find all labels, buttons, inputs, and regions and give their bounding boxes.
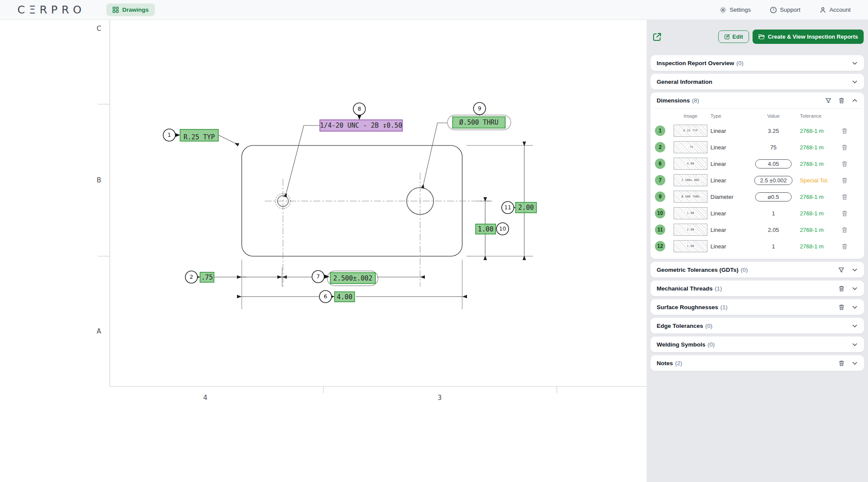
trash-icon[interactable] xyxy=(842,161,848,167)
support-button[interactable]: ? Support xyxy=(770,7,800,13)
callout-1-label[interactable]: R.25 TYP xyxy=(180,129,218,141)
open-external-button[interactable] xyxy=(652,32,662,42)
table-row[interactable]: 12 1.00 Linear 1 2768-1 m xyxy=(654,238,861,254)
balloon-6[interactable]: 6 xyxy=(319,291,335,303)
svg-text:A: A xyxy=(97,327,102,335)
row-tolerance: 2768-1 m xyxy=(800,144,842,151)
grid-icon xyxy=(112,7,119,13)
kc-ovals xyxy=(327,115,511,286)
top-bar: CΞRPRO Drawings Settings ? xyxy=(0,0,868,20)
section-dimensions-header[interactable]: Dimensions (8) xyxy=(651,92,864,108)
row-thumbnail: 1.00 xyxy=(674,207,707,219)
trash-icon[interactable] xyxy=(842,194,848,200)
section-surface-header[interactable]: Surface Roughnesses (1) xyxy=(651,299,864,315)
row-value-pill[interactable]: 4.05 xyxy=(755,159,792,168)
row-type: Linear xyxy=(710,210,747,217)
row-tolerance: 2768-1 m xyxy=(800,194,842,200)
row-type: Linear xyxy=(710,243,747,250)
svg-text:2: 2 xyxy=(190,274,193,280)
trash-icon[interactable] xyxy=(838,285,845,292)
svg-text:Ø.500 THRU: Ø.500 THRU xyxy=(459,119,498,126)
filter-icon[interactable] xyxy=(825,97,832,104)
trash-icon[interactable] xyxy=(842,144,848,151)
callout-11-label[interactable]: 2.00 xyxy=(516,202,536,213)
row-badge: 2 xyxy=(655,142,665,152)
row-value-pill[interactable]: ⌀0.5 xyxy=(755,192,792,201)
trash-icon[interactable] xyxy=(842,210,848,217)
section-title: Surface Roughnesses xyxy=(657,304,718,310)
callout-9-label[interactable]: Ø.500 THRU xyxy=(453,117,505,128)
callout-2-label[interactable]: .75 xyxy=(200,272,214,282)
table-row[interactable]: 7 2.500±.002 Linear 2.5 ±0.002 Special T… xyxy=(654,172,861,188)
balloon-8[interactable]: 8 xyxy=(353,103,365,120)
row-type: Diameter xyxy=(710,194,747,200)
chevron-down-icon[interactable] xyxy=(852,323,858,329)
filter-icon[interactable] xyxy=(838,267,845,273)
table-row[interactable]: 9 Ø.500 THRU Diameter ⌀0.5 2768-1 m xyxy=(654,188,861,205)
balloon-1[interactable]: 1 xyxy=(163,129,180,141)
section-edge-header[interactable]: Edge Tolerances (0) xyxy=(651,318,864,333)
app-logo: CΞRPRO xyxy=(17,3,85,16)
table-row[interactable]: 11 2.00 Linear 2.05 2768-1 m xyxy=(654,221,861,238)
row-tolerance: 2768-1 m xyxy=(800,210,842,217)
chevron-up-icon[interactable] xyxy=(852,97,858,104)
section-overview-header[interactable]: Inspection Report Overview (0) xyxy=(651,55,864,71)
section-notes: Notes (2) xyxy=(651,355,864,371)
section-title: Mechanical Threads xyxy=(657,285,713,292)
panel-toolbar: Edit Create & View Inspection Reports xyxy=(647,20,868,50)
section-gdt-header[interactable]: Geometric Tolerances (GDTs) (0) xyxy=(651,262,864,277)
balloon-2[interactable]: 2 xyxy=(185,271,200,283)
account-button[interactable]: Account xyxy=(819,7,851,13)
trash-icon[interactable] xyxy=(838,97,845,104)
leader-lines xyxy=(218,123,447,192)
section-general-header[interactable]: General Information xyxy=(651,74,864,89)
chevron-down-icon[interactable] xyxy=(852,267,858,273)
callout-7-label[interactable]: 2.500±.002 xyxy=(330,273,375,284)
balloon-7[interactable]: 7 xyxy=(312,271,329,283)
chevron-down-icon[interactable] xyxy=(852,341,858,348)
svg-text:1/4-20 UNC - 2B ↧0.50: 1/4-20 UNC - 2B ↧0.50 xyxy=(320,122,402,129)
trash-icon[interactable] xyxy=(838,360,845,366)
section-welding-header[interactable]: Welding Symbols (0) xyxy=(651,337,864,352)
row-value: 75 xyxy=(747,144,800,151)
chevron-down-icon[interactable] xyxy=(852,79,858,85)
inspection-panel: Edit Create & View Inspection Reports In… xyxy=(647,20,868,482)
balloon-10[interactable]: 10 xyxy=(496,223,509,235)
balloon-9[interactable]: 9 xyxy=(473,102,486,116)
svg-text:2.500±.002: 2.500±.002 xyxy=(333,274,372,282)
svg-text:3: 3 xyxy=(437,394,442,402)
callout-6-label[interactable]: 4.00 xyxy=(335,292,355,302)
trash-icon[interactable] xyxy=(842,227,848,233)
create-reports-button[interactable]: Create & View Inspection Reports xyxy=(753,30,864,44)
table-row[interactable]: 10 1.00 Linear 1 2768-1 m xyxy=(654,205,861,221)
section-threads-header[interactable]: Mechanical Threads (1) xyxy=(651,281,864,296)
trash-icon[interactable] xyxy=(838,304,845,310)
section-notes-header[interactable]: Notes (2) xyxy=(651,355,864,371)
chevron-down-icon[interactable] xyxy=(852,60,858,66)
row-type: Linear xyxy=(710,144,747,151)
section-title: Dimensions xyxy=(657,97,690,104)
chevron-down-icon[interactable] xyxy=(852,360,858,366)
section-count: (1) xyxy=(715,285,722,292)
table-row[interactable]: 6 4.00 Linear 4.05 2768-1 m xyxy=(654,155,861,172)
trash-icon[interactable] xyxy=(842,243,848,250)
column-image: Image xyxy=(671,113,710,119)
table-row[interactable]: 2 .75 Linear 75 2768-1 m xyxy=(654,139,861,155)
row-thumbnail: Ø.500 THRU xyxy=(674,191,707,203)
chevron-down-icon[interactable] xyxy=(852,304,858,310)
section-title: General Information xyxy=(657,79,712,85)
trash-icon[interactable] xyxy=(842,177,848,184)
callout-10-label[interactable]: 1.00 xyxy=(476,224,496,234)
table-row[interactable]: 1 R.25 TYP Linear 3.25 2768-1 m xyxy=(654,122,861,139)
edit-button[interactable]: Edit xyxy=(718,30,750,43)
row-value-pill[interactable]: 2.5 ±0.002 xyxy=(754,176,792,185)
nav-drawings[interactable]: Drawings xyxy=(106,3,155,16)
balloon-11[interactable]: 11 xyxy=(502,201,516,214)
svg-text:R.25 TYP: R.25 TYP xyxy=(184,133,215,141)
chevron-down-icon[interactable] xyxy=(852,285,858,292)
trash-icon[interactable] xyxy=(842,128,848,134)
drawing-viewer[interactable]: C B A 4 3 xyxy=(0,20,647,482)
settings-button[interactable]: Settings xyxy=(720,7,751,13)
row-thumbnail: .75 xyxy=(674,141,707,153)
callout-8-label[interactable]: 1/4-20 UNC - 2B ↧0.50 xyxy=(320,120,402,131)
